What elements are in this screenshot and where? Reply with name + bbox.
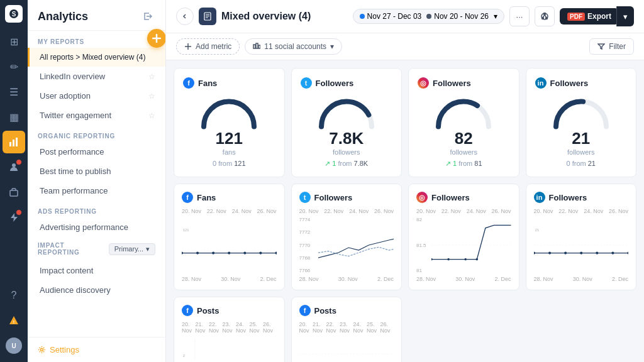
chart-area (299, 336, 394, 361)
sidebar-title: Analytics (38, 10, 88, 23)
gauge-container: 82 followers ↗ 1 from 81 (418, 94, 510, 168)
inbox-icon[interactable]: ☰ (3, 80, 25, 103)
card-header: t Followers (301, 77, 393, 89)
sidebar: Analytics MY REPORTS All reports > Mixed… (28, 0, 166, 362)
card-title: Followers (314, 193, 353, 202)
zap-icon[interactable] (3, 206, 25, 229)
impact-badge-button[interactable]: Primary... ▾ (109, 243, 155, 255)
linkedin-icon: in (534, 192, 545, 203)
svg-point-25 (275, 251, 276, 254)
line-chart-svg: 21 (534, 217, 629, 273)
add-metric-button[interactable]: Add metric (176, 38, 240, 55)
svg-point-36 (564, 251, 567, 254)
back-button[interactable] (176, 8, 194, 25)
nav-rail: S ⊞ ✏ ☰ ▦ ? ! U (0, 0, 28, 362)
gauge-chart (197, 94, 260, 131)
sidebar-item-post-performance[interactable]: Post performance (28, 142, 165, 162)
card-header: t Followers (299, 192, 394, 203)
card-tw-followers-gauge: t Followers 7.8K followers ↗ 1 from 7.8K (291, 68, 402, 177)
chart-bottom-dates: 28. Nov30. Nov2. Dec (416, 276, 511, 282)
main-content: Mixed overview (4) Nov 27 - Dec 03 Nov 2… (166, 0, 644, 362)
svg-point-29 (447, 258, 450, 261)
sidebar-item-user-adoption[interactable]: User adoption ☆ (28, 86, 165, 106)
card-title: Followers (433, 79, 471, 88)
date-dot-1 (360, 14, 365, 19)
svg-point-40 (627, 251, 628, 254)
create-button[interactable] (147, 29, 166, 48)
sidebar-item-best-time[interactable]: Best time to publish (28, 162, 165, 181)
home-icon[interactable]: ⊞ (3, 30, 25, 53)
card-header: f Posts (182, 305, 277, 316)
date-dot-2 (426, 14, 431, 19)
svg-point-31 (475, 258, 478, 261)
alert-icon[interactable]: ! (3, 309, 25, 332)
card-title: Followers (431, 193, 470, 202)
line-chart-svg (431, 217, 511, 273)
help-icon[interactable]: ? (3, 284, 25, 307)
app-logo[interactable]: S (5, 5, 23, 23)
svg-point-39 (611, 251, 614, 254)
sidebar-item-active-report[interactable]: All reports > Mixed overview (4) (28, 48, 165, 67)
svg-point-8 (41, 349, 43, 351)
card-tw-followers-chart: t Followers 20. Nov22. Nov24. Nov26. Nov… (291, 184, 402, 290)
analytics-icon[interactable] (3, 131, 25, 153)
more-options-button[interactable]: ··· (509, 6, 530, 26)
card-fb-fans-gauge: f Fans 121 fans 0 from 121 (174, 68, 285, 177)
bar-chart-svg: 2 (182, 336, 277, 361)
impact-row: IMPACT REPORTING Primary... ▾ (28, 237, 165, 261)
chart-with-labels: 8281.581 (416, 217, 511, 273)
instagram-icon: ◎ (418, 77, 429, 89)
svg-point-38 (596, 251, 598, 254)
settings-button[interactable]: Settings (28, 337, 165, 362)
report-title: Mixed overview (4) (221, 11, 348, 22)
impact-label: IMPACT REPORTING (38, 242, 104, 256)
sidebar-collapse-button[interactable] (140, 9, 155, 24)
chart-area (431, 217, 511, 273)
briefcase-icon[interactable] (3, 181, 25, 204)
svg-point-11 (543, 13, 545, 15)
twitter-icon: t (299, 192, 311, 203)
grid-icon[interactable]: ▦ (3, 106, 25, 128)
sidebar-item-advertising[interactable]: Advertising performance (28, 217, 165, 237)
gauge-container: 121 fans 0 from 121 (183, 94, 275, 168)
sidebar-item-twitter[interactable]: Twitter engagement ☆ (28, 106, 165, 125)
sidebar-item-team-performance[interactable]: Team performance (28, 181, 165, 200)
svg-point-5 (12, 163, 16, 167)
card-header: f Fans (183, 77, 275, 89)
facebook-icon: f (299, 305, 311, 316)
export-button[interactable]: PDF Export (560, 8, 619, 25)
sidebar-item-linkedin[interactable]: LinkedIn overview ☆ (28, 67, 165, 86)
gauge-change: 0 from 121 (213, 160, 246, 167)
chart-area: 21 (534, 217, 629, 273)
sidebar-item-audience-discovery[interactable]: Audience discovery (28, 280, 165, 300)
gauge-container: 7.8K followers ↗ 1 from 7.8K (301, 94, 393, 168)
svg-rect-3 (13, 140, 14, 146)
chart-area: 121 (182, 217, 277, 273)
gauge-value: 21 (572, 129, 590, 148)
gauge-change: ↗ 1 from 81 (445, 160, 482, 168)
star-icon: ☆ (148, 92, 155, 101)
date-range-selector[interactable]: Nov 27 - Dec 03 Nov 20 - Nov 26 ▾ (353, 9, 504, 24)
sidebar-item-impact-content[interactable]: Impact content (28, 261, 165, 280)
card-title: Posts (314, 306, 336, 315)
chart-top-dates: 20. Nov21. Nov22. Nov23. Nov24. Nov25. N… (299, 321, 394, 334)
chart-top-dates: 20. Nov21. Nov22. Nov23. Nov24. Nov25. N… (182, 321, 277, 334)
people-icon[interactable] (3, 156, 25, 178)
gauge-chart (432, 94, 495, 131)
svg-point-12 (541, 18, 543, 19)
svg-point-22 (228, 251, 230, 254)
compose-icon[interactable]: ✏ (3, 55, 25, 78)
accounts-selector[interactable]: 11 social accounts ▾ (245, 38, 342, 55)
export-dropdown-button[interactable]: ▾ (616, 6, 634, 26)
gauge-change: ↗ 1 from 7.8K (325, 160, 368, 168)
user-avatar[interactable]: U (3, 334, 25, 357)
chart-top-dates: 20. Nov22. Nov24. Nov26. Nov (299, 208, 394, 214)
card-title: Posts (197, 306, 219, 315)
ads-label: ADS REPORTING (28, 200, 165, 217)
y-axis-labels: 77747772777077687766 (299, 217, 317, 273)
bar-chart-svg (299, 336, 394, 361)
card-title: Fans (197, 193, 216, 202)
card-ig-followers-chart: ◎ Followers 20. Nov22. Nov24. Nov26. Nov… (408, 184, 519, 290)
share-button[interactable] (535, 6, 555, 26)
filter-button[interactable]: Filter (589, 38, 634, 55)
